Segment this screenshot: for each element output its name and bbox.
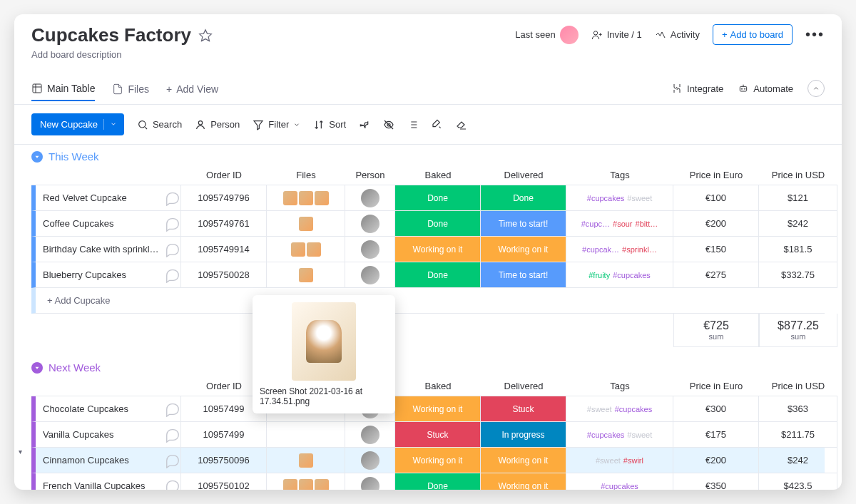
delivered-status[interactable]: Stuck	[481, 396, 566, 422]
row-name-cell[interactable]: Chocolate Cupcakes	[31, 396, 181, 422]
row-name-cell[interactable]: Birthday Cake with sprinkl…	[31, 237, 181, 262]
price-euro-cell[interactable]: €100	[673, 185, 759, 211]
column-header[interactable]: Files	[267, 165, 345, 185]
file-thumb[interactable]	[291, 242, 305, 257]
delivered-status[interactable]: Working on it	[481, 237, 566, 262]
group-toggle[interactable]	[31, 151, 43, 163]
baked-status[interactable]: Done	[395, 185, 481, 211]
baked-status[interactable]: Done	[395, 473, 481, 490]
order-id-cell[interactable]: 1095750028	[181, 262, 267, 288]
person-cell[interactable]	[345, 448, 395, 473]
price-euro-cell[interactable]: €350	[673, 473, 759, 490]
price-usd-cell[interactable]: $423.5	[759, 473, 837, 490]
column-header[interactable]: Price in USD	[759, 165, 837, 185]
column-header[interactable]: Order ID	[181, 165, 267, 185]
hide-button[interactable]	[383, 119, 394, 130]
column-header[interactable]: Delivered	[481, 376, 566, 396]
file-thumb[interactable]	[307, 242, 321, 257]
files-cell[interactable]	[267, 448, 345, 473]
tags-cell[interactable]: #cupcak…#sprinkl…	[566, 237, 673, 262]
row-name-cell[interactable]: Coffee Cupcakes	[31, 211, 181, 237]
board-title[interactable]: Cupcakes Factory	[31, 24, 191, 46]
price-usd-cell[interactable]: $363	[759, 396, 837, 422]
column-header[interactable]: Price in Euro	[673, 376, 759, 396]
column-header[interactable]: Person	[345, 165, 395, 185]
person-cell[interactable]	[345, 237, 395, 262]
group-toggle[interactable]	[31, 362, 43, 374]
erase-button[interactable]	[456, 119, 467, 130]
column-header[interactable]: Tags	[566, 165, 673, 185]
baked-status[interactable]: Working on it	[395, 237, 481, 262]
more-menu[interactable]: •••	[805, 26, 825, 43]
file-thumb[interactable]	[299, 453, 313, 468]
file-thumb[interactable]	[315, 479, 329, 490]
file-thumb[interactable]	[315, 191, 329, 205]
collapse-button[interactable]	[807, 80, 825, 97]
price-usd-cell[interactable]: $242	[759, 211, 837, 237]
baked-status[interactable]: Done	[395, 211, 481, 237]
person-cell[interactable]	[345, 211, 395, 237]
row-name-cell[interactable]: Vanilla Cupcakes	[31, 422, 181, 448]
column-header[interactable]: Price in USD	[759, 376, 837, 396]
price-euro-cell[interactable]: €200	[673, 448, 759, 473]
files-cell[interactable]	[267, 211, 345, 237]
delivered-status[interactable]: Working on it	[481, 448, 566, 473]
order-id-cell[interactable]: 1095750102	[181, 473, 267, 490]
price-usd-cell[interactable]: $181.5	[759, 237, 837, 262]
integrate-button[interactable]: Integrate	[671, 83, 723, 94]
baked-status[interactable]: Done	[395, 262, 481, 288]
tab-main-table[interactable]: Main Table	[31, 76, 95, 101]
baked-status[interactable]: Working on it	[395, 396, 481, 422]
price-euro-cell[interactable]: €275	[673, 262, 759, 288]
height-button[interactable]	[407, 119, 419, 130]
automate-button[interactable]: Automate	[738, 83, 793, 94]
row-name-cell[interactable]: Cinnamon Cupcakes	[31, 448, 181, 473]
board-description[interactable]: Add board description	[31, 49, 213, 60]
search-button[interactable]: Search	[137, 119, 182, 130]
chat-icon[interactable]	[165, 478, 180, 490]
files-cell[interactable]	[267, 237, 345, 262]
row-marker[interactable]: ▾	[19, 448, 22, 456]
chevron-down-icon[interactable]	[103, 119, 117, 130]
column-header[interactable]: Baked	[395, 376, 481, 396]
row-name-cell[interactable]: Red Velvet Cupcake	[31, 185, 181, 211]
chat-icon[interactable]	[165, 427, 180, 443]
column-header[interactable]: Baked	[395, 165, 481, 185]
group-title[interactable]: This Week	[49, 150, 99, 163]
delivered-status[interactable]: Done	[481, 185, 566, 211]
pin-button[interactable]	[359, 119, 370, 130]
activity-button[interactable]: Activity	[655, 29, 700, 41]
order-id-cell[interactable]: 1095749761	[181, 211, 267, 237]
add-view-button[interactable]: + Add View	[166, 76, 218, 101]
column-header[interactable]: Price in Euro	[673, 165, 759, 185]
delivered-status[interactable]: Time to start!	[481, 211, 566, 237]
file-thumb[interactable]	[283, 191, 297, 205]
files-cell[interactable]	[267, 185, 345, 211]
chat-icon[interactable]	[165, 242, 180, 257]
row-name-cell[interactable]: French Vanilla Cupcakes	[31, 473, 181, 490]
chat-icon[interactable]	[165, 401, 180, 417]
sort-button[interactable]: Sort	[313, 119, 346, 130]
file-thumb[interactable]	[299, 217, 313, 231]
files-cell[interactable]	[267, 473, 345, 490]
price-euro-cell[interactable]: €175	[673, 422, 759, 448]
order-id-cell[interactable]: 10957499	[181, 422, 267, 448]
star-icon[interactable]	[198, 29, 213, 43]
file-thumb[interactable]	[299, 268, 313, 282]
delivered-status[interactable]: Time to start!	[481, 262, 566, 288]
price-euro-cell[interactable]: €200	[673, 211, 759, 237]
invite-button[interactable]: Invite / 1	[591, 29, 642, 41]
filter-button[interactable]: Filter	[253, 119, 300, 130]
person-cell[interactable]	[345, 422, 395, 448]
row-name-cell[interactable]: Blueberry Cupcakes	[31, 262, 181, 288]
tags-cell[interactable]: #cupc…#sour#bitt…	[566, 211, 673, 237]
price-usd-cell[interactable]: $332.75	[759, 262, 837, 288]
tab-files[interactable]: Files	[112, 76, 149, 101]
file-thumb[interactable]	[283, 479, 297, 490]
chat-icon[interactable]	[165, 190, 180, 206]
tags-cell[interactable]: #cupcakes#sweet	[566, 185, 673, 211]
baked-status[interactable]: Working on it	[395, 448, 481, 473]
person-cell[interactable]	[345, 473, 395, 490]
add-to-board-button[interactable]: + Add to board	[713, 24, 793, 45]
order-id-cell[interactable]: 1095750096	[181, 448, 267, 473]
